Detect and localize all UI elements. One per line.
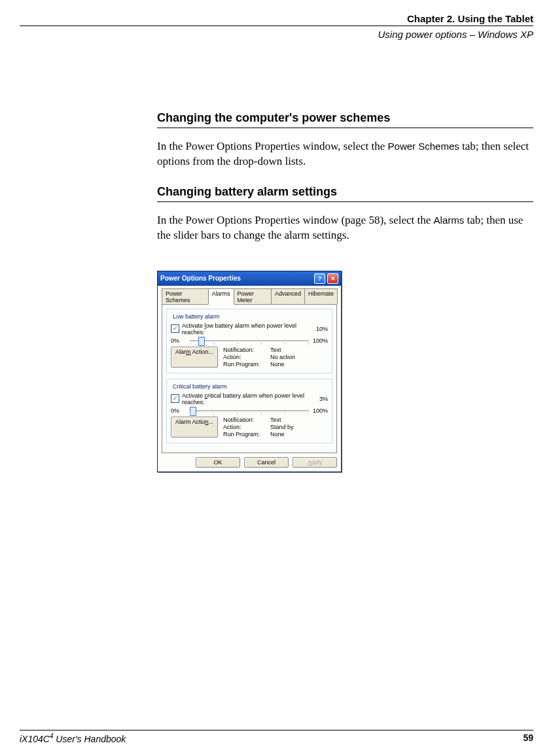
fieldset-low-battery: Low battery alarm ✓ Activate low battery… [166, 309, 332, 373]
slider-crit-thumb[interactable] [190, 407, 196, 416]
value: Stand by [270, 424, 310, 430]
tab-hibernate[interactable]: Hibernate [304, 288, 338, 304]
text: Activate [182, 322, 205, 329]
text: iX104C [20, 734, 50, 744]
cancel-button[interactable]: Cancel [244, 457, 289, 468]
heading-rule-2 [157, 201, 533, 202]
power-options-dialog: Power Options Properties ? ✕ Power Schem… [157, 271, 342, 472]
book-title: iX104C4 User's Handbook [20, 734, 126, 744]
checkbox-low[interactable]: ✓ [171, 324, 179, 333]
close-button[interactable]: ✕ [327, 273, 338, 284]
chapter-title: Chapter 2. Using the Tablet [20, 13, 533, 24]
slider-low-left: 0% [171, 337, 187, 344]
heading-rule-1 [157, 128, 533, 128]
label: Run Program: [223, 361, 262, 368]
text: In the Power Options Properties window (… [157, 214, 434, 226]
section-title: Using power options – Windows XP [20, 29, 533, 40]
dialog-wrapper: Power Options Properties ? ✕ Power Schem… [157, 259, 342, 472]
footer: iX104C4 User's Handbook 59 [20, 730, 533, 744]
ok-button[interactable]: OK [196, 457, 240, 468]
slider-low-right: 100% [312, 337, 328, 344]
content: Changing the computer's power schemes In… [157, 111, 533, 472]
tab-alarms[interactable]: Alarms [208, 288, 234, 305]
slider-low-track[interactable] [190, 340, 309, 341]
dialog-body: Power Schemes Alarms Power Meter Advance… [158, 286, 341, 472]
text: Alarm Actio [175, 419, 205, 425]
fieldset-critical-battery: Critical battery alarm ✓ Activate critic… [166, 379, 332, 443]
value: No action [270, 354, 310, 360]
label: Notification: [223, 417, 262, 423]
alarm-action-low-button[interactable]: Alarm Action... [171, 347, 218, 368]
slider-crit-track[interactable] [190, 410, 309, 411]
info-crit: Notification:Text Action:Stand by Run Pr… [223, 417, 310, 438]
help-button[interactable]: ? [314, 273, 325, 284]
row-low-action: Alarm Action... Notification:Text Action… [171, 347, 328, 368]
label: Notification: [223, 347, 262, 353]
legend-low-battery: Low battery alarm [171, 313, 222, 320]
page-number: 59 [523, 732, 533, 743]
heading-power-schemes: Changing the computer's power schemes [157, 111, 533, 128]
tab-power-meter[interactable]: Power Meter [234, 288, 272, 304]
label: Action: [223, 424, 262, 430]
tab-advanced[interactable]: Advanced [271, 288, 305, 304]
value: Text [270, 417, 310, 423]
row-crit-action: Alarm Action... Notification:Text Action… [171, 417, 328, 438]
checkbox-crit[interactable]: ✓ [171, 394, 179, 403]
row-low-checkbox: ✓ Activate low battery alarm when power … [171, 322, 328, 335]
dialog-buttons: OK Cancel Apply [162, 457, 337, 468]
info-low: Notification:Text Action:No action Run P… [223, 347, 310, 368]
text: In the Power Options Properties window, … [157, 140, 388, 152]
titlebar[interactable]: Power Options Properties ? ✕ [158, 271, 341, 286]
slider-crit: 0% 100% [171, 407, 328, 414]
tab-strip: Power Schemes Alarms Power Meter Advance… [162, 288, 337, 304]
value: None [270, 431, 310, 438]
legend-critical-battery: Critical battery alarm [171, 383, 229, 390]
slider-crit-right: 100% [312, 407, 328, 414]
low-value: 10% [316, 326, 328, 332]
label: Run Program: [223, 431, 262, 438]
row-crit-checkbox: ✓ Activate critical battery alarm when p… [171, 392, 328, 405]
tab-power-schemes[interactable]: Power Schemes [162, 288, 209, 304]
paragraph-battery-alarm: In the Power Options Properties window (… [157, 213, 533, 243]
slider-low-thumb[interactable] [198, 337, 205, 346]
dialog-title: Power Options Properties [160, 275, 241, 282]
text: ... [209, 419, 214, 425]
text-sans: Alarms [434, 215, 465, 226]
text-sans: Power Schemes [388, 141, 459, 152]
mnemonic: m [186, 349, 191, 355]
page: Chapter 2. Using the Tablet Using power … [0, 0, 553, 756]
text: User's Handbook [53, 734, 126, 744]
crit-value: 3% [319, 396, 328, 402]
label: Action: [223, 354, 262, 360]
header-rule [20, 26, 533, 26]
alarm-action-crit-button[interactable]: Alarm Action... [171, 417, 218, 438]
tab-page-alarms: Low battery alarm ✓ Activate low battery… [162, 304, 337, 453]
value: None [270, 361, 310, 368]
checkbox-low-label: Activate low battery alarm when power le… [182, 322, 313, 335]
text: Alar [175, 349, 186, 355]
slider-crit-left: 0% [171, 407, 187, 414]
heading-battery-alarm: Changing battery alarm settings [157, 185, 533, 201]
paragraph-power-schemes: In the Power Options Properties window, … [157, 139, 533, 169]
checkbox-crit-label: Activate critical battery alarm when pow… [182, 392, 317, 405]
running-header: Chapter 2. Using the Tablet Using power … [20, 13, 533, 40]
text: Action... [191, 349, 214, 355]
slider-low: 0% 100% [171, 337, 328, 344]
text: pply [312, 459, 323, 466]
text: Activate [182, 392, 205, 399]
apply-button[interactable]: Apply [293, 457, 337, 468]
value: Text [270, 347, 310, 353]
